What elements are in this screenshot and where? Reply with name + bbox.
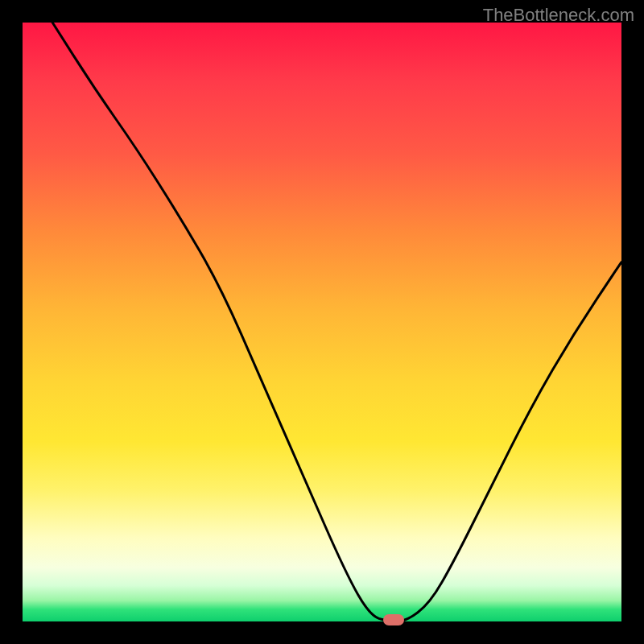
plot-area	[23, 23, 621, 621]
bottleneck-curve-path	[52, 23, 621, 621]
chart-frame: TheBottleneck.com	[0, 0, 644, 644]
curve-svg	[23, 23, 621, 621]
minimum-marker	[383, 614, 404, 625]
